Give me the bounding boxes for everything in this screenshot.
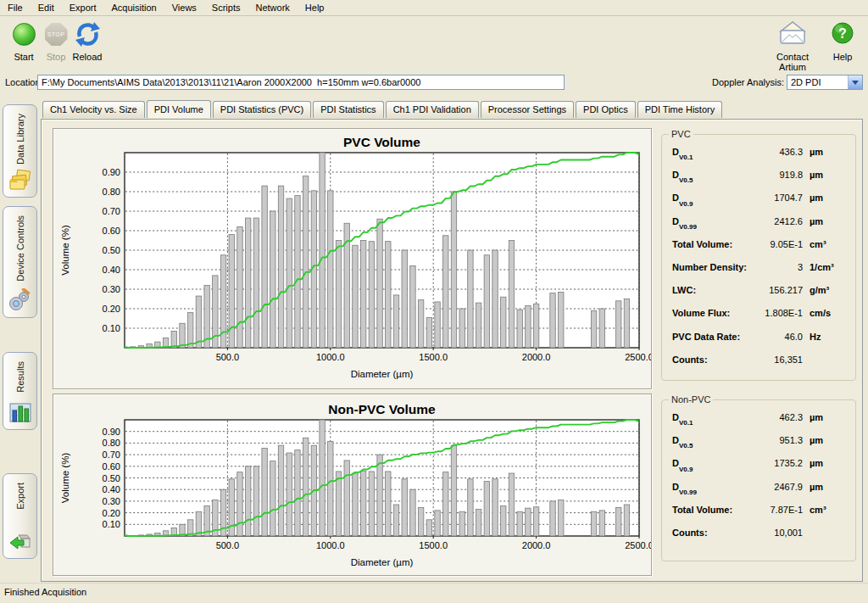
stat-label: PVC Data Rate: (672, 332, 762, 342)
stat-unit: µm (810, 147, 847, 157)
stat-row: DV0.5919.8µm (672, 170, 847, 193)
stat-unit: µm (810, 193, 847, 203)
stat-value: 2467.9 (762, 482, 810, 492)
x-axis-label: Diameter (µm) (351, 557, 414, 567)
contact-artium-button[interactable]: Contact Artium (763, 20, 822, 72)
reload-button[interactable]: Reload (68, 20, 107, 62)
pvc-volume-chart-panel: 0.100.200.300.400.500.600.700.800.90500.… (53, 128, 652, 389)
non-pvc-volume-chart: 0.100.200.300.400.500.600.700.800.90500.… (53, 394, 651, 575)
svg-text:2000.0: 2000.0 (522, 352, 551, 362)
stat-value: 3 (762, 262, 810, 272)
stat-row: DV0.992412.6µm (672, 216, 847, 239)
stat-value: 7.87E-1 (762, 505, 810, 515)
help-button-label: Help (823, 52, 862, 62)
pvc-statistics-groupbox: PVC DV0.1436.3µmDV0.5919.8µmDV0.91704.7µ… (661, 134, 856, 381)
menu-item-scripts[interactable]: Scripts (204, 1, 248, 15)
stat-label: Total Volume: (672, 239, 762, 249)
svg-text:0.80: 0.80 (103, 438, 120, 448)
svg-text:0.80: 0.80 (103, 187, 120, 197)
menu-item-edit[interactable]: Edit (31, 1, 62, 15)
svg-text:0.30: 0.30 (103, 284, 120, 294)
help-button[interactable]: ? Help (823, 20, 862, 62)
status-bar: Finished Acquisition (0, 583, 868, 603)
reload-icon (74, 20, 101, 49)
menu-item-views[interactable]: Views (164, 1, 204, 15)
sidebar-item-export[interactable]: Export (3, 473, 37, 559)
tab-pdi-volume[interactable]: PDI Volume (147, 100, 211, 118)
stat-row: Total Volume:9.05E-1cm³ (672, 239, 847, 262)
sidebar-item-data-library[interactable]: Data Library (3, 104, 37, 198)
status-text: Finished Acquisition (4, 587, 86, 597)
tab-processor-settings[interactable]: Processor Settings (481, 101, 574, 118)
tab-pdi-optics[interactable]: PDI Optics (576, 101, 636, 118)
svg-text:2500.0: 2500.0 (625, 352, 651, 362)
doppler-analysis-label: Doppler Analysis: (712, 77, 784, 87)
sidebar-item-device-controls[interactable]: Device Controls (3, 206, 37, 318)
tab-bar: Ch1 Velocity vs. SizePDI VolumePDI Stati… (42, 101, 724, 119)
stat-unit: µm (810, 435, 847, 445)
stat-label: LWC: (672, 285, 762, 295)
svg-text:2500.0: 2500.0 (625, 540, 651, 550)
svg-text:0.50: 0.50 (103, 245, 120, 255)
reload-button-label: Reload (68, 52, 107, 62)
tab-ch1-pdi-validation[interactable]: Ch1 PDI Validation (386, 101, 479, 118)
menu-item-file[interactable]: File (0, 1, 31, 15)
stat-unit: cm³ (810, 505, 847, 515)
svg-text:0.70: 0.70 (103, 206, 120, 216)
stop-icon: STOP (45, 23, 68, 46)
stat-unit: µm (810, 482, 847, 492)
combo-dropdown-button[interactable] (848, 75, 862, 89)
stat-label: Total Volume: (672, 505, 762, 515)
stat-value: 9.05E-1 (762, 239, 810, 249)
svg-text:500.0: 500.0 (216, 540, 240, 550)
svg-text:0.30: 0.30 (103, 496, 120, 506)
y-axis-label: Volume (%) (60, 225, 70, 276)
sidebar-item-label: Data Library (15, 114, 25, 165)
doppler-analysis-select[interactable]: 2D PDI (787, 75, 863, 90)
svg-text:500.0: 500.0 (216, 352, 240, 362)
tab-pdi-statistics-pvc-[interactable]: PDI Statistics (PVC) (213, 101, 311, 118)
stat-label: DV0.99 (672, 216, 762, 229)
sidebar-item-label: Export (15, 483, 25, 510)
sidebar-item-results[interactable]: Results (3, 352, 37, 430)
menu-item-export[interactable]: Export (62, 1, 104, 15)
location-row: Location: Doppler Analysis: 2D PDI (0, 73, 868, 93)
menu-item-acquisition[interactable]: Acquisition (104, 1, 164, 15)
stat-row: Counts:10,001 (672, 528, 847, 550)
stat-value: 16,351 (762, 355, 810, 365)
svg-text:0.10: 0.10 (103, 519, 120, 529)
stat-label: DV0.5 (672, 435, 762, 448)
location-field[interactable] (37, 75, 565, 90)
pvc-volume-chart: 0.100.200.300.400.500.600.700.800.90500.… (53, 129, 651, 388)
tab-ch1-velocity-vs-size[interactable]: Ch1 Velocity vs. Size (42, 101, 145, 118)
envelope-icon (777, 20, 808, 49)
stat-unit: µm (810, 412, 847, 422)
stat-label: DV0.9 (672, 458, 762, 471)
svg-text:0.20: 0.20 (103, 508, 120, 518)
stat-row: DV0.992467.9µm (672, 482, 847, 505)
stat-row: DV0.1436.3µm (672, 147, 847, 170)
stat-unit: µm (810, 170, 847, 180)
stat-row: PVC Data Rate:46.0Hz (672, 332, 847, 355)
svg-text:0.90: 0.90 (103, 167, 120, 177)
stat-value: 919.8 (762, 170, 810, 180)
stat-value: 462.3 (762, 412, 810, 422)
stat-label: Counts: (672, 528, 762, 538)
stat-row: DV0.91735.2µm (672, 458, 847, 481)
svg-text:0.90: 0.90 (103, 427, 120, 437)
menu-item-help[interactable]: Help (298, 1, 332, 15)
svg-text:0.20: 0.20 (103, 304, 120, 314)
aims-application-window: FileEditExportAcquisitionViewsScriptsNet… (0, 0, 868, 603)
stat-unit: 1/cm³ (810, 262, 847, 272)
export-arrow-icon (8, 529, 32, 553)
stat-row: Total Volume:7.87E-1cm³ (672, 505, 847, 528)
tab-pdi-time-history[interactable]: PDI Time History (637, 101, 723, 118)
chevron-down-icon (852, 81, 859, 85)
menu-item-network[interactable]: Network (248, 1, 297, 15)
stat-value: 156.217 (762, 285, 810, 295)
stat-unit: cm³ (810, 239, 847, 249)
stat-label: DV0.9 (672, 193, 762, 205)
tab-pdi-statistics[interactable]: PDI Statistics (313, 101, 383, 118)
stat-label: DV0.1 (672, 147, 762, 159)
svg-text:1500.0: 1500.0 (419, 540, 448, 550)
